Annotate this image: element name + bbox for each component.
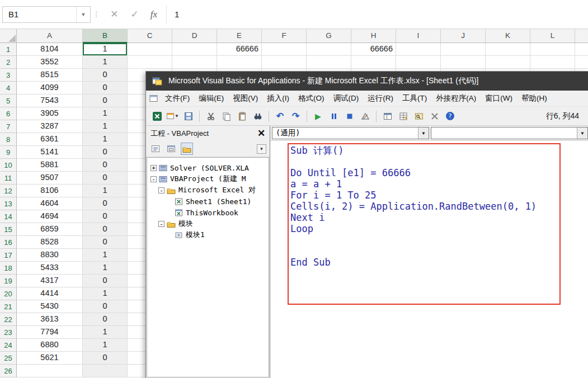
row-header-8[interactable]: 8 bbox=[0, 133, 17, 146]
cell-F1[interactable] bbox=[262, 43, 307, 56]
project-panel-close-icon[interactable]: ✕ bbox=[255, 127, 267, 139]
column-header-K[interactable]: K bbox=[486, 29, 530, 43]
cell-B17[interactable]: 1 bbox=[83, 249, 128, 262]
column-header-A[interactable]: A bbox=[17, 29, 83, 43]
break-icon[interactable] bbox=[327, 110, 340, 122]
project-scroll-down-icon[interactable]: ▼ bbox=[257, 144, 266, 154]
column-header-partial[interactable] bbox=[575, 29, 588, 43]
row-header-19[interactable]: 19 bbox=[0, 275, 17, 287]
cell-A15[interactable]: 6859 bbox=[17, 223, 83, 236]
cell-A8[interactable]: 6361 bbox=[17, 133, 83, 146]
row-header-3[interactable]: 3 bbox=[0, 69, 17, 82]
menu-item-9[interactable]: 外接程序(A) bbox=[431, 91, 481, 106]
cell-B2[interactable]: 1 bbox=[83, 56, 128, 69]
cell-K1[interactable] bbox=[486, 43, 530, 56]
cell-B14[interactable]: 0 bbox=[83, 210, 128, 223]
tree-item-2[interactable]: -VBAProject (新建 M bbox=[147, 173, 269, 185]
cell-partial[interactable] bbox=[575, 56, 588, 69]
cell-A5[interactable]: 7543 bbox=[17, 94, 83, 107]
cell-K2[interactable] bbox=[486, 56, 530, 69]
menu-item-2[interactable]: 编辑(E) bbox=[194, 91, 228, 106]
row-header-22[interactable]: 22 bbox=[0, 313, 17, 326]
tree-toggle-icon[interactable]: + bbox=[150, 165, 157, 171]
cell-A18[interactable]: 5433 bbox=[17, 262, 83, 275]
cell-B4[interactable]: 0 bbox=[83, 82, 128, 94]
insert-function-icon[interactable]: fx bbox=[145, 9, 163, 20]
cell-I2[interactable] bbox=[396, 56, 441, 69]
formula-bar-input[interactable]: 1 bbox=[175, 10, 179, 19]
name-box-caret-icon[interactable]: ▼ bbox=[76, 7, 90, 22]
row-header-24[interactable]: 24 bbox=[0, 339, 17, 352]
menu-item-10[interactable]: 窗口(W) bbox=[481, 91, 517, 106]
code-editor[interactable]: Sub 计算() Do Until [e1] = 66666a = a + 1F… bbox=[270, 141, 588, 378]
procedure-dropdown[interactable]: ▼ bbox=[431, 127, 588, 139]
cell-B21[interactable]: 0 bbox=[83, 300, 128, 313]
cell-B6[interactable]: 1 bbox=[83, 107, 128, 120]
cell-L1[interactable] bbox=[530, 43, 575, 56]
column-header-C[interactable]: C bbox=[128, 29, 172, 43]
cell-A11[interactable]: 9507 bbox=[17, 172, 83, 185]
menu-item-6[interactable]: 调试(D) bbox=[329, 91, 364, 106]
column-header-D[interactable]: D bbox=[172, 29, 217, 43]
row-header-9[interactable]: 9 bbox=[0, 146, 17, 159]
row-header-7[interactable]: 7 bbox=[0, 120, 17, 133]
cell-A9[interactable]: 5141 bbox=[17, 146, 83, 159]
cell-A1[interactable]: 8104 bbox=[17, 43, 83, 56]
cell-B19[interactable]: 0 bbox=[83, 275, 128, 287]
cell-B26[interactable] bbox=[83, 365, 128, 377]
paste-icon[interactable] bbox=[236, 110, 248, 122]
cell-C2[interactable] bbox=[128, 56, 172, 69]
cell-partial[interactable] bbox=[575, 43, 588, 56]
cell-E1[interactable]: 66666 bbox=[217, 43, 262, 56]
design-mode-icon[interactable] bbox=[359, 110, 371, 122]
cell-B5[interactable]: 0 bbox=[83, 94, 128, 107]
column-header-L[interactable]: L bbox=[530, 29, 575, 43]
cell-B13[interactable]: 0 bbox=[83, 197, 128, 210]
cell-A25[interactable]: 5621 bbox=[17, 352, 83, 365]
cell-F2[interactable] bbox=[262, 56, 307, 69]
row-header-26[interactable]: 26 bbox=[0, 365, 17, 377]
tree-item-7[interactable]: 模块1 bbox=[147, 229, 269, 240]
copy-icon[interactable] bbox=[220, 110, 233, 122]
cell-A22[interactable]: 3613 bbox=[17, 313, 83, 326]
cell-B20[interactable]: 1 bbox=[83, 287, 128, 300]
cell-B16[interactable]: 0 bbox=[83, 236, 128, 249]
cell-B9[interactable]: 0 bbox=[83, 146, 128, 159]
column-header-B[interactable]: B bbox=[83, 29, 128, 43]
column-header-E[interactable]: E bbox=[217, 29, 262, 43]
procedure-dropdown-caret-icon[interactable]: ▼ bbox=[577, 127, 587, 139]
reset-icon[interactable] bbox=[343, 110, 356, 122]
cell-B23[interactable]: 1 bbox=[83, 326, 128, 339]
cell-J2[interactable] bbox=[441, 56, 486, 69]
view-excel-icon[interactable] bbox=[150, 110, 163, 122]
cell-A16[interactable]: 8528 bbox=[17, 236, 83, 249]
cell-A13[interactable]: 4604 bbox=[17, 197, 83, 210]
save-icon[interactable] bbox=[182, 110, 195, 122]
cell-A26[interactable] bbox=[17, 365, 83, 377]
menu-item-7[interactable]: 运行(R) bbox=[363, 91, 398, 106]
cell-A12[interactable]: 8106 bbox=[17, 185, 83, 197]
properties-window-icon[interactable] bbox=[397, 110, 410, 122]
cell-H1[interactable]: 66666 bbox=[351, 43, 396, 56]
cell-B18[interactable]: 1 bbox=[83, 262, 128, 275]
row-header-21[interactable]: 21 bbox=[0, 300, 17, 313]
menu-item-8[interactable]: 工具(T) bbox=[398, 91, 431, 106]
redo-icon[interactable]: ↷ bbox=[289, 110, 302, 122]
column-header-G[interactable]: G bbox=[307, 29, 351, 43]
cell-A17[interactable]: 8830 bbox=[17, 249, 83, 262]
cell-C1[interactable] bbox=[128, 43, 172, 56]
cell-A4[interactable]: 4099 bbox=[17, 82, 83, 94]
cell-A20[interactable]: 4414 bbox=[17, 287, 83, 300]
cell-B15[interactable]: 0 bbox=[83, 223, 128, 236]
column-header-J[interactable]: J bbox=[441, 29, 486, 43]
undo-icon[interactable]: ↶ bbox=[274, 110, 286, 122]
select-all-corner[interactable] bbox=[0, 29, 17, 43]
menu-item-4[interactable]: 插入(I) bbox=[262, 91, 294, 106]
find-icon[interactable] bbox=[251, 110, 264, 122]
cell-A3[interactable]: 8515 bbox=[17, 69, 83, 82]
row-header-17[interactable]: 17 bbox=[0, 249, 17, 262]
cell-A6[interactable]: 3905 bbox=[17, 107, 83, 120]
cell-B11[interactable]: 0 bbox=[83, 172, 128, 185]
column-header-F[interactable]: F bbox=[262, 29, 307, 43]
cell-A23[interactable]: 7794 bbox=[17, 326, 83, 339]
